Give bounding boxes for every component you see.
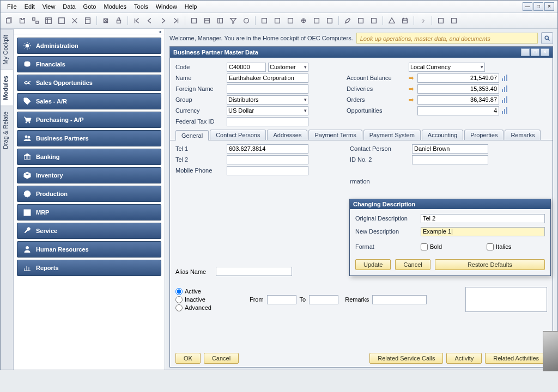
nav-administration[interactable]: Administration: [17, 38, 161, 54]
toolbar-icon-9[interactable]: [113, 15, 124, 26]
tab-payment-system[interactable]: Payment System: [363, 130, 421, 140]
local-currency-select[interactable]: Local Currency: [409, 63, 485, 72]
related-activities-button[interactable]: Related Activities: [485, 353, 547, 364]
toolbar-nav-next[interactable]: [157, 15, 168, 26]
from-input[interactable]: [267, 295, 296, 304]
nav-mrp[interactable]: MRP: [17, 204, 161, 220]
nav-human-resources[interactable]: Human Resources: [17, 241, 161, 258]
tab-contact-persons[interactable]: Contact Persons: [210, 130, 266, 140]
maximize-button[interactable]: □: [533, 2, 543, 11]
toolbar-icon-31[interactable]: [435, 15, 446, 26]
toolbar-nav-prev[interactable]: [144, 15, 155, 26]
foreign-name-input[interactable]: [227, 84, 308, 94]
nav-financials[interactable]: Financials: [17, 56, 161, 72]
win-maximize-button[interactable]: □: [531, 48, 539, 56]
toolbar-icon-8[interactable]: [100, 15, 111, 26]
remarks-textarea[interactable]: [465, 287, 547, 312]
italics-checkbox[interactable]: Italics: [487, 243, 511, 250]
tel1-input[interactable]: [227, 144, 308, 154]
bar-chart-icon[interactable]: [501, 107, 508, 114]
nav-service[interactable]: Service: [17, 223, 161, 239]
toolbar-nav-last[interactable]: [171, 15, 181, 26]
to-input[interactable]: [309, 295, 338, 304]
contact-person-input[interactable]: [412, 144, 488, 154]
bp-type-select[interactable]: Customer: [268, 63, 308, 72]
account-balance-value[interactable]: [417, 74, 499, 83]
tab-payment-terms[interactable]: Payment Terms: [308, 130, 362, 140]
activity-button[interactable]: Activity: [446, 353, 482, 364]
toolbar-icon-23[interactable]: [311, 15, 322, 26]
menu-window[interactable]: Window: [153, 2, 180, 11]
bar-chart-icon[interactable]: [501, 85, 508, 93]
toolbar-icon-19[interactable]: [259, 15, 270, 26]
restore-defaults-button[interactable]: Restore Defaults: [435, 259, 545, 270]
deliveries-value[interactable]: [417, 84, 499, 94]
id2-input[interactable]: [412, 155, 488, 164]
toolbar-calendar-icon[interactable]: [399, 15, 410, 26]
bar-chart-icon[interactable]: [501, 96, 508, 103]
ok-button[interactable]: OK: [175, 353, 201, 364]
menu-file[interactable]: File: [4, 2, 20, 11]
status-remarks-input[interactable]: [372, 295, 427, 304]
update-button[interactable]: Update: [355, 259, 391, 270]
toolbar-icon-5[interactable]: [56, 15, 67, 26]
toolbar-icon-22[interactable]: [298, 15, 309, 26]
alias-name-input[interactable]: [216, 267, 292, 276]
win-minimize-button[interactable]: —: [521, 48, 530, 56]
nav-inventory[interactable]: Inventory: [17, 167, 161, 183]
toolbar-icon-18[interactable]: [241, 15, 252, 26]
status-active-radio[interactable]: Active: [175, 288, 211, 295]
nav-sales-opportunities[interactable]: Sales Opportunities: [17, 75, 161, 91]
tab-accounting[interactable]: Accounting: [422, 130, 463, 140]
name-input[interactable]: [227, 74, 308, 83]
toolbar-icon-15[interactable]: [202, 15, 213, 26]
toolbar-icon-26[interactable]: [355, 15, 366, 26]
toolbar-nav-first[interactable]: [131, 15, 142, 26]
menu-goto[interactable]: Goto: [80, 2, 100, 11]
toolbar-help-icon[interactable]: ?: [417, 15, 428, 26]
nav-banking[interactable]: Banking: [17, 149, 161, 165]
sidebar-collapse-handle[interactable]: ◂: [14, 29, 165, 34]
new-desc-input[interactable]: [421, 227, 545, 236]
mobile-input[interactable]: [227, 166, 308, 175]
nav-reports[interactable]: Reports: [17, 260, 161, 276]
toolbar-icon-7[interactable]: [82, 15, 93, 26]
orders-value[interactable]: [417, 95, 499, 105]
search-button[interactable]: [541, 32, 553, 44]
related-service-calls-button[interactable]: Related Service Calls: [369, 353, 443, 364]
toolbar-icon-32[interactable]: [448, 15, 459, 26]
nav-purchasing-ap[interactable]: Purchasing - A/P: [17, 112, 161, 128]
tab-addresses[interactable]: Addresses: [267, 130, 307, 140]
menu-edit[interactable]: Edit: [21, 2, 38, 11]
menu-view[interactable]: View: [39, 2, 59, 11]
toolbar-alert-icon[interactable]: [386, 15, 397, 26]
currency-select[interactable]: US Dollar: [227, 106, 308, 115]
global-search-input[interactable]: Look up operations, master data, and doc…: [356, 33, 538, 44]
opportunities-value[interactable]: [417, 106, 499, 115]
status-inactive-radio[interactable]: Inactive: [175, 296, 211, 303]
toolbar-icon-16[interactable]: [215, 15, 226, 26]
status-advanced-radio[interactable]: Advanced: [175, 304, 211, 311]
cancel-button[interactable]: Cancel: [204, 353, 239, 364]
toolbar-icon-4[interactable]: [43, 15, 54, 26]
toolbar-icon-14[interactable]: [189, 15, 199, 26]
nav-sales-ar[interactable]: Sales - A/R: [17, 93, 161, 109]
dialog-cancel-button[interactable]: Cancel: [395, 259, 430, 270]
menu-modules[interactable]: Modules: [100, 2, 130, 11]
close-button[interactable]: ×: [544, 2, 554, 11]
code-input[interactable]: [227, 63, 266, 72]
toolbar-icon-27[interactable]: [368, 15, 379, 26]
toolbar-filter-icon[interactable]: [228, 15, 239, 26]
menu-data[interactable]: Data: [59, 2, 78, 11]
link-arrow-icon[interactable]: ➡: [409, 85, 415, 92]
nav-production[interactable]: Production: [17, 186, 161, 202]
link-arrow-icon[interactable]: ➡: [409, 75, 415, 81]
tel2-input[interactable]: [227, 155, 308, 164]
tab-remarks[interactable]: Remarks: [505, 130, 541, 140]
toolbar-icon-24[interactable]: [324, 15, 335, 26]
tab-properties[interactable]: Properties: [464, 130, 504, 140]
fedtax-input[interactable]: [227, 117, 308, 126]
link-arrow-icon[interactable]: ➡: [409, 96, 415, 103]
menu-help[interactable]: Help: [181, 2, 201, 11]
toolbar-icon-1[interactable]: [4, 15, 15, 26]
